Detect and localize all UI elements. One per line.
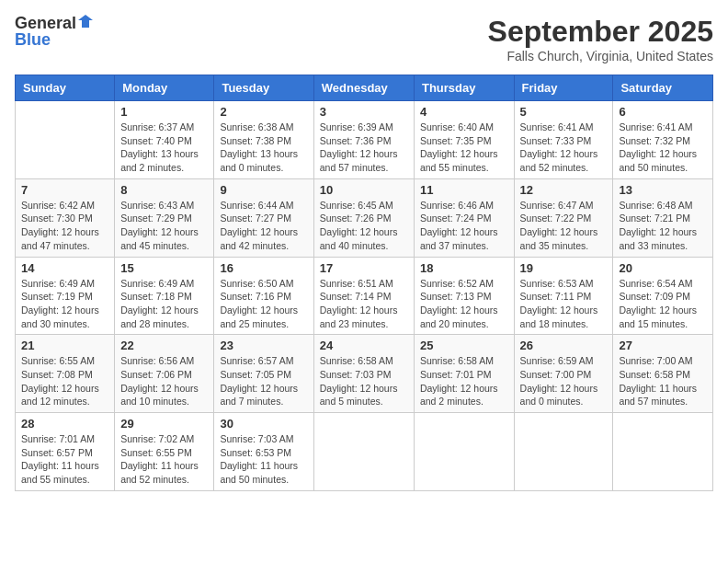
day-number: 5 — [520, 105, 608, 119]
calendar-cell: 18Sunrise: 6:52 AMSunset: 7:13 PMDayligh… — [414, 257, 514, 335]
day-info: Sunrise: 6:46 AMSunset: 7:24 PMDaylight:… — [420, 199, 508, 253]
day-number: 23 — [220, 339, 307, 352]
logo-blue-text: Blue — [15, 31, 51, 48]
calendar-cell: 30Sunrise: 7:03 AMSunset: 6:53 PMDayligh… — [214, 413, 313, 491]
month-title: September 2025 — [488, 15, 713, 49]
calendar-cell: 12Sunrise: 6:47 AMSunset: 7:22 PMDayligh… — [514, 178, 613, 257]
day-info: Sunrise: 6:45 AMSunset: 7:26 PMDaylight:… — [320, 199, 408, 253]
calendar-cell: 8Sunrise: 6:43 AMSunset: 7:29 PMDaylight… — [115, 178, 214, 257]
weekday-header: Thursday — [414, 75, 514, 101]
title-section: September 2025 Falls Church, Virginia, U… — [488, 15, 713, 63]
day-info: Sunrise: 7:02 AMSunset: 6:55 PMDaylight:… — [120, 432, 208, 487]
calendar-cell: 9Sunrise: 6:44 AMSunset: 7:27 PMDaylight… — [214, 178, 313, 257]
day-info: Sunrise: 6:47 AMSunset: 7:22 PMDaylight:… — [520, 199, 608, 253]
calendar-cell — [414, 413, 514, 491]
page-header: General Blue September 2025 Falls Church… — [15, 15, 713, 63]
svg-marker-0 — [78, 15, 93, 28]
day-number: 27 — [619, 339, 707, 352]
day-info: Sunrise: 6:48 AMSunset: 7:21 PMDaylight:… — [619, 199, 707, 253]
calendar-cell: 17Sunrise: 6:51 AMSunset: 7:14 PMDayligh… — [313, 257, 414, 335]
calendar-cell: 27Sunrise: 7:00 AMSunset: 6:58 PMDayligh… — [613, 335, 713, 413]
day-number: 11 — [420, 183, 508, 197]
calendar-cell — [613, 413, 713, 491]
calendar-cell: 21Sunrise: 6:55 AMSunset: 7:08 PMDayligh… — [16, 335, 115, 413]
day-info: Sunrise: 7:03 AMSunset: 6:53 PMDaylight:… — [220, 432, 307, 487]
day-number: 9 — [220, 183, 307, 197]
day-info: Sunrise: 6:57 AMSunset: 7:05 PMDaylight:… — [220, 354, 307, 408]
calendar-cell: 20Sunrise: 6:54 AMSunset: 7:09 PMDayligh… — [613, 257, 713, 335]
day-info: Sunrise: 6:49 AMSunset: 7:19 PMDaylight:… — [21, 277, 108, 331]
day-info: Sunrise: 6:59 AMSunset: 7:00 PMDaylight:… — [520, 354, 608, 408]
calendar-week-row: 1Sunrise: 6:37 AMSunset: 7:40 PMDaylight… — [16, 101, 713, 179]
day-number: 8 — [120, 183, 208, 197]
calendar-cell: 24Sunrise: 6:58 AMSunset: 7:03 PMDayligh… — [313, 335, 414, 413]
day-number: 3 — [320, 105, 408, 119]
weekday-header: Wednesday — [313, 75, 414, 101]
day-number: 21 — [21, 339, 108, 352]
day-number: 28 — [21, 417, 108, 431]
day-info: Sunrise: 6:37 AMSunset: 7:40 PMDaylight:… — [120, 121, 208, 175]
logo-arrow-icon — [78, 15, 93, 29]
day-info: Sunrise: 6:56 AMSunset: 7:06 PMDaylight:… — [120, 354, 208, 408]
calendar-cell: 16Sunrise: 6:50 AMSunset: 7:16 PMDayligh… — [214, 257, 313, 335]
calendar-week-row: 7Sunrise: 6:42 AMSunset: 7:30 PMDaylight… — [16, 178, 713, 257]
day-info: Sunrise: 6:55 AMSunset: 7:08 PMDaylight:… — [21, 354, 108, 408]
calendar-cell: 10Sunrise: 6:45 AMSunset: 7:26 PMDayligh… — [313, 178, 414, 257]
day-info: Sunrise: 6:42 AMSunset: 7:30 PMDaylight:… — [21, 199, 108, 253]
day-info: Sunrise: 6:39 AMSunset: 7:36 PMDaylight:… — [320, 121, 408, 175]
day-info: Sunrise: 6:40 AMSunset: 7:35 PMDaylight:… — [420, 121, 508, 175]
weekday-header: Saturday — [613, 75, 713, 101]
day-info: Sunrise: 6:52 AMSunset: 7:13 PMDaylight:… — [420, 277, 508, 331]
calendar-table: SundayMondayTuesdayWednesdayThursdayFrid… — [15, 75, 713, 491]
day-number: 7 — [21, 183, 108, 197]
calendar-cell: 1Sunrise: 6:37 AMSunset: 7:40 PMDaylight… — [115, 101, 214, 179]
logo: General Blue — [15, 15, 93, 48]
calendar-header-row: SundayMondayTuesdayWednesdayThursdayFrid… — [16, 75, 713, 101]
calendar-cell: 2Sunrise: 6:38 AMSunset: 7:38 PMDaylight… — [214, 101, 313, 179]
calendar-cell: 25Sunrise: 6:58 AMSunset: 7:01 PMDayligh… — [414, 335, 514, 413]
day-number: 1 — [120, 105, 208, 119]
day-number: 10 — [320, 183, 408, 197]
day-info: Sunrise: 6:43 AMSunset: 7:29 PMDaylight:… — [120, 199, 208, 253]
weekday-header: Sunday — [16, 75, 115, 101]
day-info: Sunrise: 6:44 AMSunset: 7:27 PMDaylight:… — [220, 199, 307, 253]
calendar-cell: 5Sunrise: 6:41 AMSunset: 7:33 PMDaylight… — [514, 101, 613, 179]
day-number: 6 — [619, 105, 707, 119]
calendar-cell: 4Sunrise: 6:40 AMSunset: 7:35 PMDaylight… — [414, 101, 514, 179]
calendar-week-row: 21Sunrise: 6:55 AMSunset: 7:08 PMDayligh… — [16, 335, 713, 413]
calendar-cell: 23Sunrise: 6:57 AMSunset: 7:05 PMDayligh… — [214, 335, 313, 413]
day-number: 13 — [619, 183, 707, 197]
day-number: 22 — [120, 339, 208, 352]
day-info: Sunrise: 6:54 AMSunset: 7:09 PMDaylight:… — [619, 277, 707, 331]
weekday-header: Friday — [514, 75, 613, 101]
day-info: Sunrise: 6:53 AMSunset: 7:11 PMDaylight:… — [520, 277, 608, 331]
day-number: 25 — [420, 339, 508, 352]
calendar-cell: 19Sunrise: 6:53 AMSunset: 7:11 PMDayligh… — [514, 257, 613, 335]
calendar-cell: 22Sunrise: 6:56 AMSunset: 7:06 PMDayligh… — [115, 335, 214, 413]
calendar-cell — [514, 413, 613, 491]
day-info: Sunrise: 6:38 AMSunset: 7:38 PMDaylight:… — [220, 121, 307, 175]
day-number: 12 — [520, 183, 608, 197]
day-info: Sunrise: 6:58 AMSunset: 7:01 PMDaylight:… — [420, 354, 508, 408]
calendar-cell — [16, 101, 115, 179]
day-number: 19 — [520, 261, 608, 275]
calendar-cell: 6Sunrise: 6:41 AMSunset: 7:32 PMDaylight… — [613, 101, 713, 179]
day-number: 18 — [420, 261, 508, 275]
calendar-cell: 29Sunrise: 7:02 AMSunset: 6:55 PMDayligh… — [115, 413, 214, 491]
logo-general-text: General — [15, 15, 76, 31]
day-number: 17 — [320, 261, 408, 275]
day-number: 14 — [21, 261, 108, 275]
day-info: Sunrise: 6:51 AMSunset: 7:14 PMDaylight:… — [320, 277, 408, 331]
day-info: Sunrise: 6:41 AMSunset: 7:33 PMDaylight:… — [520, 121, 608, 175]
day-info: Sunrise: 6:50 AMSunset: 7:16 PMDaylight:… — [220, 277, 307, 331]
day-number: 16 — [220, 261, 307, 275]
calendar-cell: 13Sunrise: 6:48 AMSunset: 7:21 PMDayligh… — [613, 178, 713, 257]
day-info: Sunrise: 7:01 AMSunset: 6:57 PMDaylight:… — [21, 432, 108, 487]
day-info: Sunrise: 6:49 AMSunset: 7:18 PMDaylight:… — [120, 277, 208, 331]
calendar-cell: 3Sunrise: 6:39 AMSunset: 7:36 PMDaylight… — [313, 101, 414, 179]
day-info: Sunrise: 7:00 AMSunset: 6:58 PMDaylight:… — [619, 354, 707, 408]
weekday-header: Tuesday — [214, 75, 313, 101]
calendar-cell: 11Sunrise: 6:46 AMSunset: 7:24 PMDayligh… — [414, 178, 514, 257]
day-info: Sunrise: 6:41 AMSunset: 7:32 PMDaylight:… — [619, 121, 707, 175]
day-number: 30 — [220, 417, 307, 431]
